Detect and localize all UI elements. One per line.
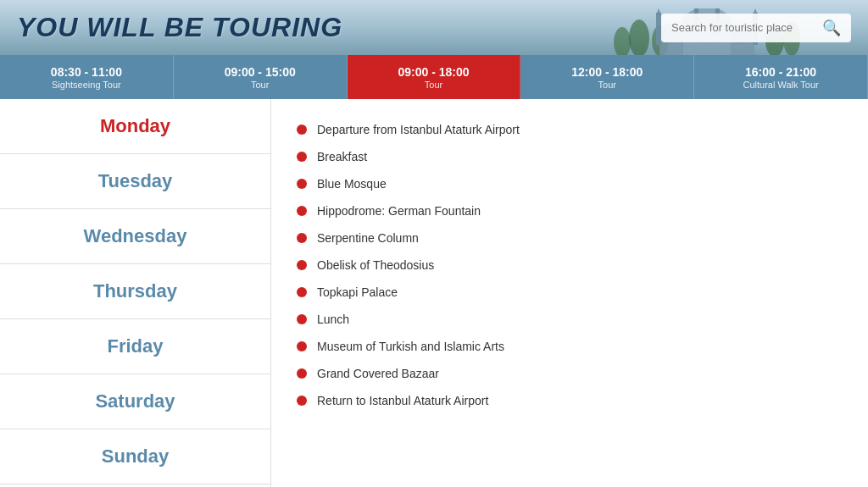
bullet-dot [297,152,307,162]
itinerary-text: Obelisk of Theodosius [317,258,434,272]
tab-label: Sightseeing Tour [52,80,121,90]
itinerary-item: Grand Covered Bazaar [297,360,843,387]
bullet-dot [297,206,307,216]
tab-tab1[interactable]: 08:30 - 11:00 Sightseeing Tour [0,55,174,99]
itinerary-text: Grand Covered Bazaar [317,367,439,380]
itinerary-text: Departure from Istanbul Ataturk Airport [317,123,520,136]
tab-tab3[interactable]: 09:00 - 18:00 Tour [348,55,521,99]
bullet-dot [297,287,307,297]
tab-time: 09:00 - 15:00 [225,64,296,80]
itinerary-item: Lunch [297,306,843,333]
day-item-saturday[interactable]: Saturday [0,374,270,429]
itinerary-text: Lunch [317,313,349,326]
tab-label: Tour [425,80,442,90]
itinerary-item: Breakfast [297,143,843,170]
itinerary-item: Obelisk of Theodosius [297,252,843,279]
itinerary-text: Breakfast [317,150,367,163]
itinerary-item: Return to Istanbul Ataturk Airport [297,387,843,414]
bullet-dot [297,260,307,270]
itinerary-text: Return to Istanbul Ataturk Airport [317,394,488,407]
bullet-dot [297,125,307,135]
svg-point-1 [629,19,649,55]
search-icon: 🔍 [822,19,841,37]
bullet-dot [297,233,307,243]
main-content: MondayTuesdayWednesdayThursdayFridaySatu… [0,99,868,487]
itinerary-item: Hippodrome: German Fountain [297,197,843,224]
tab-label: Cultural Walk Tour [743,80,818,90]
itinerary-item: Departure from Istanbul Ataturk Airport [297,116,843,143]
day-sidebar: MondayTuesdayWednesdayThursdayFridaySatu… [0,99,271,487]
header: YOU WILL BE TOURING 🔍 [0,0,868,55]
itinerary-item: Serpentine Column [297,224,843,252]
bullet-dot [297,396,307,406]
tour-tabs-container: 08:30 - 11:00 Sightseeing Tour 09:00 - 1… [0,55,868,99]
tab-tab2[interactable]: 09:00 - 15:00 Tour [174,55,348,99]
tab-time: 16:00 - 21:00 [745,64,816,80]
bullet-dot [297,314,307,324]
search-box[interactable]: 🔍 [661,14,851,42]
itinerary-item: Blue Mosque [297,170,843,197]
tab-time: 09:00 - 18:00 [398,64,469,80]
itinerary-text: Blue Mosque [317,177,387,191]
bullet-dot [297,179,307,189]
page-title: YOU WILL BE TOURING [0,12,342,43]
itinerary-item: Topkapi Palace [297,279,843,306]
day-item-sunday[interactable]: Sunday [0,429,270,484]
tab-label: Tour [251,80,269,90]
day-item-friday[interactable]: Friday [0,319,270,374]
bullet-dot [297,341,307,351]
search-input[interactable] [671,21,815,34]
day-item-tuesday[interactable]: Tuesday [0,154,270,209]
itinerary-item: Museum of Turkish and Islamic Arts [297,333,843,360]
itinerary-text: Hippodrome: German Fountain [317,204,481,218]
itinerary-panel: Departure from Istanbul Ataturk Airport … [271,99,868,487]
day-item-wednesday[interactable]: Wednesday [0,209,270,264]
tab-tab5[interactable]: 16:00 - 21:00 Cultural Walk Tour [694,55,868,99]
tab-tab4[interactable]: 12:00 - 18:00 Tour [520,55,694,99]
svg-point-0 [614,27,631,55]
itinerary-text: Museum of Turkish and Islamic Arts [317,340,504,353]
tab-label: Tour [598,80,616,90]
bullet-dot [297,368,307,379]
svg-marker-10 [656,8,661,15]
itinerary-text: Serpentine Column [317,231,419,245]
day-item-monday[interactable]: Monday [0,99,270,154]
day-item-thursday[interactable]: Thursday [0,264,270,319]
tab-time: 08:30 - 11:00 [51,64,122,80]
itinerary-text: Topkapi Palace [317,285,398,299]
tab-time: 12:00 - 18:00 [571,64,643,80]
